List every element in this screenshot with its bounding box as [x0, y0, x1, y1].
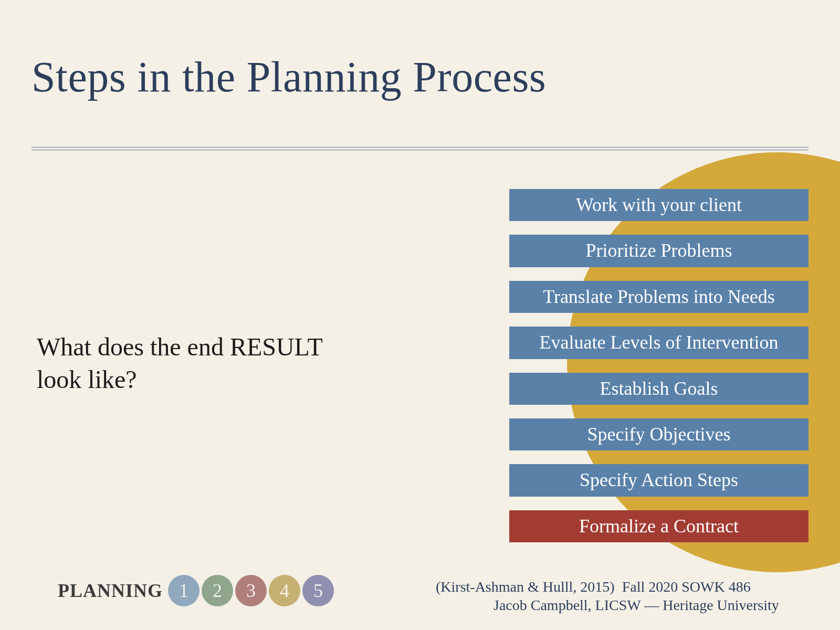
footer-credits: (Kirst-Ashman & Hulll, 2015) Fall 2020 S…	[436, 578, 803, 614]
subtitle: What does the end RESULT look like?	[37, 331, 415, 396]
page-dot: 2	[202, 575, 233, 606]
title-underline	[32, 147, 808, 150]
subtitle-line-2: look like?	[37, 365, 137, 393]
step-item: Prioritize Problems	[509, 235, 808, 267]
step-item: Specify Action Steps	[509, 464, 808, 496]
page-indicator: 1 2 3 4 5	[168, 575, 334, 606]
step-item: Evaluate Levels of Intervention	[509, 327, 808, 359]
step-item-highlight: Formalize a Contract	[509, 510, 808, 542]
page-dot: 3	[235, 575, 267, 606]
slide-title: Steps in the Planning Process	[32, 52, 546, 102]
citation: (Kirst-Ashman & Hulll, 2015)	[436, 579, 615, 595]
term: Fall 2020 SOWK 486	[622, 579, 751, 595]
author: Jacob Campbell, LICSW — Heritage Univers…	[436, 597, 779, 613]
page-dot: 4	[269, 575, 300, 606]
step-item: Work with your client	[509, 189, 808, 221]
steps-list: Work with your client Prioritize Problem…	[509, 189, 808, 542]
step-item: Establish Goals	[509, 373, 808, 405]
subtitle-line-1: What does the end RESULT	[37, 333, 323, 361]
page-dot: 1	[168, 575, 200, 606]
footer-label: PLANNING	[58, 580, 163, 602]
page-dot: 5	[302, 575, 334, 606]
step-item: Specify Objectives	[509, 418, 808, 450]
step-item: Translate Problems into Needs	[509, 281, 808, 313]
